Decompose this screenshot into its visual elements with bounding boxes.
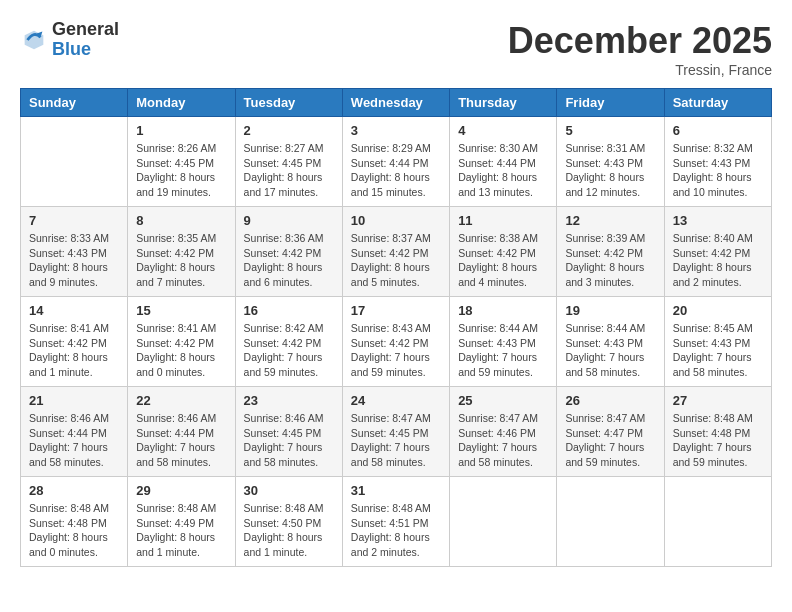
day-number: 26	[565, 393, 655, 408]
day-info: Sunrise: 8:45 AMSunset: 4:43 PMDaylight:…	[673, 321, 763, 380]
calendar-cell: 25Sunrise: 8:47 AMSunset: 4:46 PMDayligh…	[450, 387, 557, 477]
day-info: Sunrise: 8:47 AMSunset: 4:46 PMDaylight:…	[458, 411, 548, 470]
day-number: 31	[351, 483, 441, 498]
calendar-cell: 7Sunrise: 8:33 AMSunset: 4:43 PMDaylight…	[21, 207, 128, 297]
day-number: 14	[29, 303, 119, 318]
day-number: 24	[351, 393, 441, 408]
calendar-cell: 29Sunrise: 8:48 AMSunset: 4:49 PMDayligh…	[128, 477, 235, 567]
day-info: Sunrise: 8:46 AMSunset: 4:44 PMDaylight:…	[29, 411, 119, 470]
day-number: 12	[565, 213, 655, 228]
location: Tressin, France	[508, 62, 772, 78]
day-number: 22	[136, 393, 226, 408]
calendar-cell: 1Sunrise: 8:26 AMSunset: 4:45 PMDaylight…	[128, 117, 235, 207]
calendar-cell: 19Sunrise: 8:44 AMSunset: 4:43 PMDayligh…	[557, 297, 664, 387]
logo-blue: Blue	[52, 40, 119, 60]
calendar-cell: 12Sunrise: 8:39 AMSunset: 4:42 PMDayligh…	[557, 207, 664, 297]
calendar-cell	[450, 477, 557, 567]
day-info: Sunrise: 8:30 AMSunset: 4:44 PMDaylight:…	[458, 141, 548, 200]
calendar-cell: 17Sunrise: 8:43 AMSunset: 4:42 PMDayligh…	[342, 297, 449, 387]
day-info: Sunrise: 8:48 AMSunset: 4:49 PMDaylight:…	[136, 501, 226, 560]
day-info: Sunrise: 8:47 AMSunset: 4:45 PMDaylight:…	[351, 411, 441, 470]
day-info: Sunrise: 8:36 AMSunset: 4:42 PMDaylight:…	[244, 231, 334, 290]
weekday-header-friday: Friday	[557, 89, 664, 117]
day-info: Sunrise: 8:41 AMSunset: 4:42 PMDaylight:…	[136, 321, 226, 380]
day-info: Sunrise: 8:43 AMSunset: 4:42 PMDaylight:…	[351, 321, 441, 380]
day-number: 29	[136, 483, 226, 498]
day-info: Sunrise: 8:38 AMSunset: 4:42 PMDaylight:…	[458, 231, 548, 290]
calendar-table: SundayMondayTuesdayWednesdayThursdayFrid…	[20, 88, 772, 567]
day-number: 28	[29, 483, 119, 498]
day-number: 17	[351, 303, 441, 318]
calendar-cell: 4Sunrise: 8:30 AMSunset: 4:44 PMDaylight…	[450, 117, 557, 207]
day-info: Sunrise: 8:46 AMSunset: 4:44 PMDaylight:…	[136, 411, 226, 470]
calendar-cell: 16Sunrise: 8:42 AMSunset: 4:42 PMDayligh…	[235, 297, 342, 387]
weekday-header-row: SundayMondayTuesdayWednesdayThursdayFrid…	[21, 89, 772, 117]
weekday-header-sunday: Sunday	[21, 89, 128, 117]
calendar-week-1: 1Sunrise: 8:26 AMSunset: 4:45 PMDaylight…	[21, 117, 772, 207]
title-block: December 2025 Tressin, France	[508, 20, 772, 78]
calendar-cell: 15Sunrise: 8:41 AMSunset: 4:42 PMDayligh…	[128, 297, 235, 387]
day-info: Sunrise: 8:40 AMSunset: 4:42 PMDaylight:…	[673, 231, 763, 290]
day-info: Sunrise: 8:26 AMSunset: 4:45 PMDaylight:…	[136, 141, 226, 200]
calendar-cell: 24Sunrise: 8:47 AMSunset: 4:45 PMDayligh…	[342, 387, 449, 477]
calendar-cell: 14Sunrise: 8:41 AMSunset: 4:42 PMDayligh…	[21, 297, 128, 387]
calendar-cell: 21Sunrise: 8:46 AMSunset: 4:44 PMDayligh…	[21, 387, 128, 477]
calendar-week-4: 21Sunrise: 8:46 AMSunset: 4:44 PMDayligh…	[21, 387, 772, 477]
month-title: December 2025	[508, 20, 772, 62]
calendar-cell: 27Sunrise: 8:48 AMSunset: 4:48 PMDayligh…	[664, 387, 771, 477]
day-info: Sunrise: 8:46 AMSunset: 4:45 PMDaylight:…	[244, 411, 334, 470]
day-number: 10	[351, 213, 441, 228]
calendar-cell	[21, 117, 128, 207]
day-info: Sunrise: 8:33 AMSunset: 4:43 PMDaylight:…	[29, 231, 119, 290]
day-info: Sunrise: 8:37 AMSunset: 4:42 PMDaylight:…	[351, 231, 441, 290]
day-number: 30	[244, 483, 334, 498]
day-info: Sunrise: 8:42 AMSunset: 4:42 PMDaylight:…	[244, 321, 334, 380]
calendar-cell: 26Sunrise: 8:47 AMSunset: 4:47 PMDayligh…	[557, 387, 664, 477]
day-info: Sunrise: 8:48 AMSunset: 4:48 PMDaylight:…	[29, 501, 119, 560]
calendar-cell: 8Sunrise: 8:35 AMSunset: 4:42 PMDaylight…	[128, 207, 235, 297]
calendar-cell: 23Sunrise: 8:46 AMSunset: 4:45 PMDayligh…	[235, 387, 342, 477]
logo-general: General	[52, 20, 119, 40]
day-info: Sunrise: 8:27 AMSunset: 4:45 PMDaylight:…	[244, 141, 334, 200]
weekday-header-thursday: Thursday	[450, 89, 557, 117]
calendar-cell: 9Sunrise: 8:36 AMSunset: 4:42 PMDaylight…	[235, 207, 342, 297]
calendar-cell: 10Sunrise: 8:37 AMSunset: 4:42 PMDayligh…	[342, 207, 449, 297]
day-info: Sunrise: 8:47 AMSunset: 4:47 PMDaylight:…	[565, 411, 655, 470]
calendar-cell: 30Sunrise: 8:48 AMSunset: 4:50 PMDayligh…	[235, 477, 342, 567]
calendar-cell: 13Sunrise: 8:40 AMSunset: 4:42 PMDayligh…	[664, 207, 771, 297]
day-number: 21	[29, 393, 119, 408]
day-number: 4	[458, 123, 548, 138]
day-number: 3	[351, 123, 441, 138]
calendar-cell: 18Sunrise: 8:44 AMSunset: 4:43 PMDayligh…	[450, 297, 557, 387]
logo-icon	[20, 26, 48, 54]
calendar-cell: 31Sunrise: 8:48 AMSunset: 4:51 PMDayligh…	[342, 477, 449, 567]
weekday-header-monday: Monday	[128, 89, 235, 117]
day-info: Sunrise: 8:48 AMSunset: 4:50 PMDaylight:…	[244, 501, 334, 560]
day-info: Sunrise: 8:29 AMSunset: 4:44 PMDaylight:…	[351, 141, 441, 200]
day-number: 27	[673, 393, 763, 408]
calendar-cell	[557, 477, 664, 567]
day-info: Sunrise: 8:31 AMSunset: 4:43 PMDaylight:…	[565, 141, 655, 200]
day-number: 11	[458, 213, 548, 228]
logo: General Blue	[20, 20, 119, 60]
calendar-cell: 28Sunrise: 8:48 AMSunset: 4:48 PMDayligh…	[21, 477, 128, 567]
day-number: 9	[244, 213, 334, 228]
day-info: Sunrise: 8:41 AMSunset: 4:42 PMDaylight:…	[29, 321, 119, 380]
day-number: 8	[136, 213, 226, 228]
day-number: 13	[673, 213, 763, 228]
weekday-header-tuesday: Tuesday	[235, 89, 342, 117]
day-info: Sunrise: 8:35 AMSunset: 4:42 PMDaylight:…	[136, 231, 226, 290]
calendar-cell: 2Sunrise: 8:27 AMSunset: 4:45 PMDaylight…	[235, 117, 342, 207]
day-number: 23	[244, 393, 334, 408]
day-number: 25	[458, 393, 548, 408]
day-number: 20	[673, 303, 763, 318]
calendar-cell	[664, 477, 771, 567]
day-info: Sunrise: 8:44 AMSunset: 4:43 PMDaylight:…	[458, 321, 548, 380]
calendar-cell: 3Sunrise: 8:29 AMSunset: 4:44 PMDaylight…	[342, 117, 449, 207]
day-number: 2	[244, 123, 334, 138]
calendar-cell: 11Sunrise: 8:38 AMSunset: 4:42 PMDayligh…	[450, 207, 557, 297]
weekday-header-wednesday: Wednesday	[342, 89, 449, 117]
calendar-week-3: 14Sunrise: 8:41 AMSunset: 4:42 PMDayligh…	[21, 297, 772, 387]
calendar-cell: 20Sunrise: 8:45 AMSunset: 4:43 PMDayligh…	[664, 297, 771, 387]
day-info: Sunrise: 8:44 AMSunset: 4:43 PMDaylight:…	[565, 321, 655, 380]
